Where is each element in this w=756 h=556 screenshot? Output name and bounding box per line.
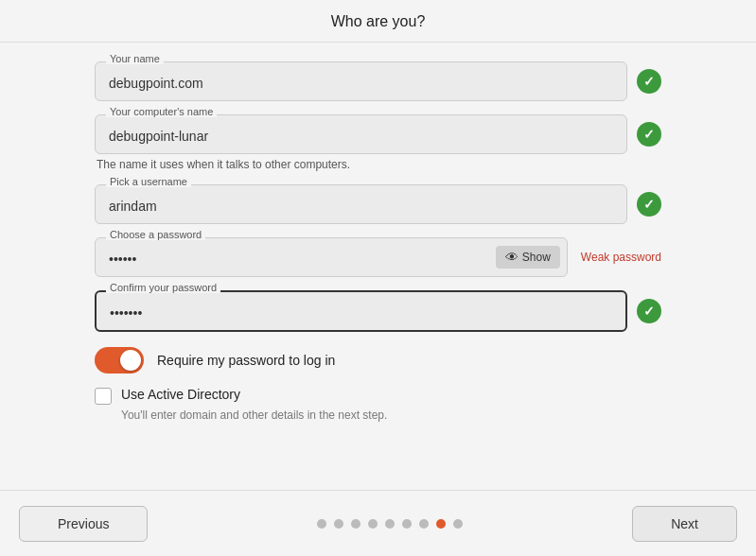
pagination-dot-7 xyxy=(419,519,429,529)
confirm-password-check-icon xyxy=(637,299,661,323)
pagination-dot-4 xyxy=(368,519,378,529)
computer-name-label: Your computer's name xyxy=(106,106,217,117)
computer-name-check-icon xyxy=(637,122,661,147)
computer-name-input[interactable] xyxy=(95,114,627,154)
password-label: Choose a password xyxy=(106,229,205,240)
username-check-icon xyxy=(637,192,661,217)
pagination-dot-5 xyxy=(385,519,395,529)
name-input[interactable] xyxy=(95,61,627,101)
toggle-label: Require my password to log in xyxy=(157,353,335,368)
computer-name-helper: The name it uses when it talks to other … xyxy=(95,158,661,171)
show-button-label: Show xyxy=(522,251,551,264)
toggle-knob xyxy=(120,350,141,371)
confirm-password-input[interactable] xyxy=(95,290,627,332)
confirm-password-field-wrapper: Confirm your password xyxy=(95,290,661,332)
username-input-wrapper: Pick a username xyxy=(95,184,627,224)
name-field-group: Your name xyxy=(95,61,661,101)
password-wrapper: Choose a password 👁 Show xyxy=(95,237,568,277)
username-input[interactable] xyxy=(95,184,627,224)
username-field-wrapper: Pick a username xyxy=(95,184,661,224)
pagination-dot-8 xyxy=(436,519,446,529)
username-label: Pick a username xyxy=(106,176,191,187)
name-input-wrapper: Your name xyxy=(95,61,627,101)
active-directory-label: Use Active Directory xyxy=(121,387,240,402)
pagination-dot-2 xyxy=(334,519,343,529)
confirm-password-input-wrapper: Confirm your password xyxy=(95,290,627,332)
page-title-bar: Who are you? xyxy=(0,0,756,43)
page-title: Who are you? xyxy=(331,13,426,29)
username-field-group: Pick a username xyxy=(95,184,661,224)
computer-name-input-wrapper: Your computer's name xyxy=(95,114,627,154)
require-password-toggle[interactable] xyxy=(95,347,144,374)
password-input-container: Choose a password 👁 Show xyxy=(95,237,568,277)
show-password-button[interactable]: 👁 Show xyxy=(496,246,560,269)
eye-icon: 👁 xyxy=(505,250,519,265)
pagination-dot-9 xyxy=(453,519,463,529)
active-directory-section: Use Active Directory You'll enter domain… xyxy=(95,387,661,422)
form-area: Your name Your computer's name The name … xyxy=(0,43,756,490)
active-directory-helper: You'll enter domain and other details in… xyxy=(95,408,661,422)
name-check-icon xyxy=(637,69,661,94)
next-button[interactable]: Next xyxy=(632,506,737,542)
computer-name-field-wrapper: Your computer's name xyxy=(95,114,661,154)
pagination-dot-1 xyxy=(317,519,326,529)
bottom-bar: Previous Next xyxy=(0,490,756,556)
previous-button[interactable]: Previous xyxy=(19,506,148,542)
name-field-wrapper: Your name xyxy=(95,61,661,101)
pagination-dots xyxy=(317,519,463,529)
checkbox-row: Use Active Directory xyxy=(95,387,661,405)
computer-name-field-group: Your computer's name The name it uses wh… xyxy=(95,114,661,171)
pagination-dot-6 xyxy=(402,519,412,529)
name-label: Your name xyxy=(106,53,164,64)
confirm-password-field-group: Confirm your password xyxy=(95,290,661,332)
active-directory-checkbox[interactable] xyxy=(95,388,112,405)
password-row: Choose a password 👁 Show Weak password xyxy=(95,237,661,277)
weak-password-text: Weak password xyxy=(581,251,661,264)
confirm-password-label: Confirm your password xyxy=(106,282,220,293)
toggle-row: Require my password to log in xyxy=(95,347,661,374)
pagination-dot-3 xyxy=(351,519,360,529)
